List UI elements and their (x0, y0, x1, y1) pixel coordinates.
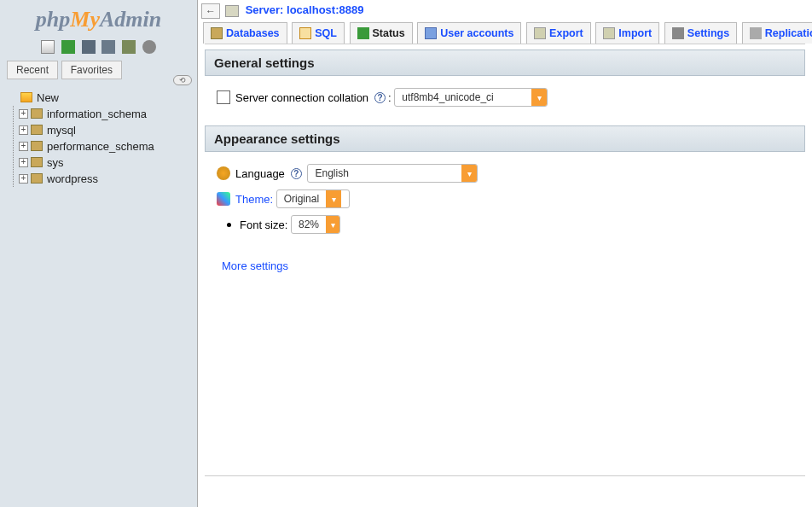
collapse-tree-icon[interactable]: ⟲ (173, 75, 192, 85)
tab-status[interactable]: Status (350, 22, 413, 44)
tree-db-information_schema[interactable]: + information_schema (19, 106, 192, 122)
colon: : (388, 91, 392, 104)
tab-favorites[interactable]: Favorites (61, 61, 122, 79)
expand-icon[interactable]: + (19, 109, 28, 119)
collation-label: Server connection collation (235, 91, 368, 104)
theme-select-value: Original (277, 193, 326, 205)
tree-db-mysql[interactable]: + mysql (19, 122, 192, 138)
row-more-settings: More settings (205, 248, 805, 272)
database-icon (31, 125, 43, 135)
collation-icon (217, 90, 230, 104)
quick-icons (0, 36, 197, 61)
new-db-icon (20, 92, 32, 102)
chevron-down-icon: ▾ (326, 216, 339, 233)
tree-new-database[interactable]: New (9, 90, 192, 106)
home-icon[interactable] (41, 40, 55, 54)
users-icon (425, 27, 437, 39)
logo-part-admin: Admin (100, 7, 161, 32)
server-icon (225, 5, 239, 17)
database-tree: New + information_schema + mysql + perfo… (0, 79, 197, 187)
tree-db-label: sys (47, 156, 64, 169)
phpmyadmin-logo[interactable]: phpMyAdmin (0, 0, 197, 36)
sidebar-tabs: Recent Favorites (0, 61, 197, 79)
phpmyadmin-docs-icon[interactable] (102, 40, 115, 54)
logo-part-php: php (36, 7, 70, 32)
fontsize-label: Font size: (240, 219, 287, 231)
language-select-value: English (308, 167, 461, 179)
export-icon (534, 27, 546, 39)
database-icon (211, 27, 223, 39)
section-general-body: Server connection collation ? : utf8mb4_… (205, 76, 805, 120)
row-fontsize: Font size: 82% ▾ (217, 212, 793, 237)
top-nav: Databases SQL Status User accounts Expor… (203, 22, 812, 44)
database-icon (31, 108, 43, 119)
database-icon (31, 141, 43, 151)
tab-settings[interactable]: Settings (664, 22, 737, 44)
settings-icon (672, 27, 684, 39)
tab-recent[interactable]: Recent (7, 61, 58, 79)
fontsize-select[interactable]: 82% ▾ (291, 215, 340, 234)
sidebar: phpMyAdmin Recent Favorites ⟲ New + info… (0, 0, 198, 507)
database-icon (31, 173, 43, 184)
language-select[interactable]: English ▾ (307, 164, 478, 183)
sql-icon (299, 27, 311, 39)
expand-icon[interactable]: + (19, 174, 28, 184)
divider (205, 475, 805, 476)
expand-icon[interactable]: + (19, 142, 28, 151)
theme-link[interactable]: Theme: (235, 193, 273, 206)
breadcrumb-server-link[interactable]: Server: localhost:8889 (246, 3, 364, 16)
chevron-down-icon: ▾ (531, 89, 547, 106)
docs-icon[interactable] (82, 40, 96, 54)
chevron-down-icon: ▾ (326, 190, 341, 207)
help-icon[interactable]: ? (374, 92, 386, 103)
help-icon[interactable]: ? (291, 168, 302, 179)
logout-icon[interactable] (61, 40, 75, 54)
tree-db-label: information_schema (47, 108, 147, 120)
theme-select[interactable]: Original ▾ (276, 189, 350, 208)
row-collation: Server connection collation ? : utf8mb4_… (217, 84, 793, 110)
collation-select[interactable]: utf8mb4_unicode_ci ▾ (394, 88, 548, 107)
tab-import[interactable]: Import (595, 22, 659, 44)
row-language: Language ? English ▾ (217, 160, 793, 186)
logo-part-my: My (70, 7, 100, 32)
tree-db-label: performance_schema (47, 140, 154, 153)
tree-new-label: New (37, 91, 59, 104)
tree-db-performance_schema[interactable]: + performance_schema (19, 138, 192, 154)
row-theme: Theme: Original ▾ (217, 186, 793, 212)
tab-replication[interactable]: Replication (742, 22, 812, 44)
section-appearance-body: Language ? English ▾ Theme: Original ▾ F… (205, 152, 805, 248)
expand-icon[interactable]: + (19, 158, 28, 167)
tree-db-label: wordpress (47, 172, 98, 185)
breadcrumb: Server: localhost:8889 (225, 0, 812, 22)
nav-settings-icon[interactable] (122, 40, 136, 54)
tree-db-label: mysql (47, 124, 76, 137)
theme-icon (217, 192, 230, 206)
breadcrumb-server-host: localhost:8889 (287, 3, 363, 16)
database-icon (31, 157, 43, 167)
main-panel: ← Server: localhost:8889 Databases SQL S… (198, 0, 812, 507)
tree-db-wordpress[interactable]: + wordpress (19, 171, 192, 187)
chevron-down-icon: ▾ (461, 165, 477, 182)
tree-db-sys[interactable]: + sys (19, 154, 192, 171)
content: General settings Server connection colla… (205, 44, 805, 272)
expand-icon[interactable]: + (19, 125, 28, 135)
section-general-heading: General settings (205, 50, 805, 76)
collation-select-value: utf8mb4_unicode_ci (395, 91, 531, 103)
bullet-icon (227, 223, 231, 227)
section-appearance-heading: Appearance settings (205, 125, 805, 152)
breadcrumb-server-prefix: Server: (246, 3, 284, 16)
tab-user-accounts[interactable]: User accounts (417, 22, 521, 44)
tab-sql[interactable]: SQL (292, 22, 345, 44)
status-icon (357, 27, 369, 39)
language-label: Language (235, 167, 285, 180)
more-settings-link[interactable]: More settings (222, 259, 288, 272)
replication-icon (750, 27, 762, 39)
toggle-sidebar-button[interactable]: ← (201, 3, 220, 19)
tab-export[interactable]: Export (526, 22, 591, 44)
language-icon (217, 166, 230, 180)
reload-icon[interactable] (142, 40, 156, 54)
tab-databases[interactable]: Databases (203, 22, 287, 44)
fontsize-select-value: 82% (292, 219, 326, 230)
import-icon (603, 27, 615, 39)
